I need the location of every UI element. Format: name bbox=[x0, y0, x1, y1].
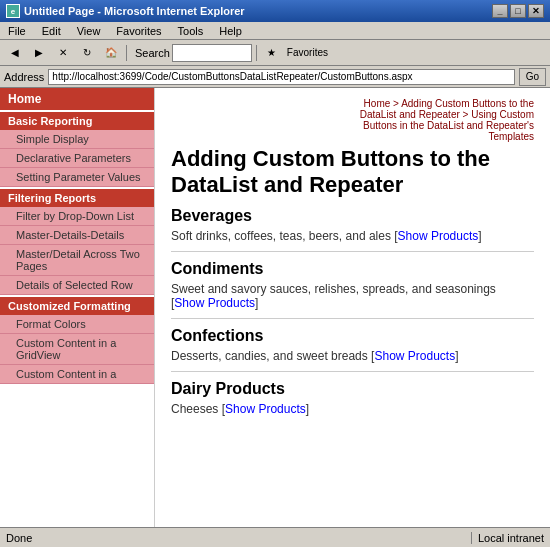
menu-file[interactable]: File bbox=[4, 24, 30, 38]
status-zone: Local intranet bbox=[471, 532, 544, 544]
sidebar-item-custom-content-2[interactable]: Custom Content in a bbox=[0, 365, 154, 384]
sidebar-section-basic-reporting[interactable]: Basic Reporting bbox=[0, 112, 154, 130]
address-label: Address bbox=[4, 71, 44, 83]
sidebar-section-filtering-reports[interactable]: Filtering Reports bbox=[0, 189, 154, 207]
menu-tools[interactable]: Tools bbox=[174, 24, 208, 38]
category-desc-2: Desserts, candies, and sweet breads [Sho… bbox=[171, 349, 534, 363]
window-title: Untitled Page - Microsoft Internet Explo… bbox=[24, 5, 245, 17]
sidebar-item-simple-display[interactable]: Simple Display bbox=[0, 130, 154, 149]
menu-help[interactable]: Help bbox=[215, 24, 246, 38]
search-label: Search bbox=[135, 47, 170, 59]
show-products-link-0[interactable]: Show Products bbox=[398, 229, 479, 243]
divider-1 bbox=[171, 318, 534, 319]
stop-button[interactable]: ✕ bbox=[52, 43, 74, 63]
minimize-button[interactable]: _ bbox=[492, 4, 508, 18]
address-input[interactable] bbox=[48, 69, 514, 85]
search-area: Search bbox=[135, 44, 252, 62]
title-bar: e Untitled Page - Microsoft Internet Exp… bbox=[0, 0, 550, 22]
sidebar-section-customized-formatting[interactable]: Customized Formatting bbox=[0, 297, 154, 315]
menu-bar: File Edit View Favorites Tools Help bbox=[0, 22, 550, 40]
separator-2 bbox=[256, 45, 257, 61]
breadcrumb: Home > Adding Custom Buttons to the Data… bbox=[334, 98, 534, 142]
sidebar-home[interactable]: Home bbox=[0, 88, 154, 110]
page-title: Adding Custom Buttons to the DataList an… bbox=[171, 146, 534, 199]
category-desc-0: Soft drinks, coffees, teas, beers, and a… bbox=[171, 229, 534, 243]
separator-1 bbox=[126, 45, 127, 61]
sidebar-item-declarative-parameters[interactable]: Declarative Parameters bbox=[0, 149, 154, 168]
refresh-button[interactable]: ↻ bbox=[76, 43, 98, 63]
favorites-button[interactable]: ★ bbox=[261, 43, 283, 63]
go-button[interactable]: Go bbox=[519, 68, 546, 86]
sidebar: Home Basic Reporting Simple Display Decl… bbox=[0, 88, 155, 527]
sidebar-item-setting-parameter-values[interactable]: Setting Parameter Values bbox=[0, 168, 154, 187]
sidebar-item-custom-content-gridview[interactable]: Custom Content in a GridView bbox=[0, 334, 154, 365]
sidebar-item-master-details[interactable]: Master-Details-Details bbox=[0, 226, 154, 245]
category-desc-3: Cheeses [Show Products] bbox=[171, 402, 534, 416]
category-desc-1: Sweet and savory sauces, relishes, sprea… bbox=[171, 282, 534, 310]
close-button[interactable]: ✕ bbox=[528, 4, 544, 18]
show-products-link-3[interactable]: Show Products bbox=[225, 402, 306, 416]
divider-0 bbox=[171, 251, 534, 252]
category-title-3: Dairy Products bbox=[171, 380, 534, 398]
sidebar-item-details-selected-row[interactable]: Details of Selected Row bbox=[0, 276, 154, 295]
maximize-button[interactable]: □ bbox=[510, 4, 526, 18]
category-title-1: Condiments bbox=[171, 260, 534, 278]
search-input[interactable] bbox=[172, 44, 252, 62]
show-products-link-2[interactable]: Show Products bbox=[374, 349, 455, 363]
breadcrumb-sep1: > bbox=[393, 98, 401, 109]
home-button[interactable]: 🏠 bbox=[100, 43, 122, 63]
sidebar-item-filter-dropdown[interactable]: Filter by Drop-Down List bbox=[0, 207, 154, 226]
back-button[interactable]: ◀ bbox=[4, 43, 26, 63]
menu-favorites[interactable]: Favorites bbox=[112, 24, 165, 38]
sidebar-item-format-colors[interactable]: Format Colors bbox=[0, 315, 154, 334]
menu-edit[interactable]: Edit bbox=[38, 24, 65, 38]
browser-content: Home Basic Reporting Simple Display Decl… bbox=[0, 88, 550, 527]
window-icon: e bbox=[6, 4, 20, 18]
sidebar-item-master-detail-across[interactable]: Master/Detail Across Two Pages bbox=[0, 245, 154, 276]
favorites-label: Favorites bbox=[287, 47, 328, 58]
breadcrumb-sep2: > bbox=[463, 109, 472, 120]
divider-2 bbox=[171, 371, 534, 372]
address-bar: Address Go bbox=[0, 66, 550, 88]
main-panel: Home > Adding Custom Buttons to the Data… bbox=[155, 88, 550, 527]
menu-view[interactable]: View bbox=[73, 24, 105, 38]
forward-button[interactable]: ▶ bbox=[28, 43, 50, 63]
breadcrumb-home[interactable]: Home bbox=[364, 98, 391, 109]
category-title-0: Beverages bbox=[171, 207, 534, 225]
status-bar: Done Local intranet bbox=[0, 527, 550, 547]
show-products-link-1[interactable]: Show Products bbox=[174, 296, 255, 310]
status-text: Done bbox=[6, 532, 463, 544]
toolbar: ◀ ▶ ✕ ↻ 🏠 Search ★ Favorites bbox=[0, 40, 550, 66]
category-title-2: Confections bbox=[171, 327, 534, 345]
